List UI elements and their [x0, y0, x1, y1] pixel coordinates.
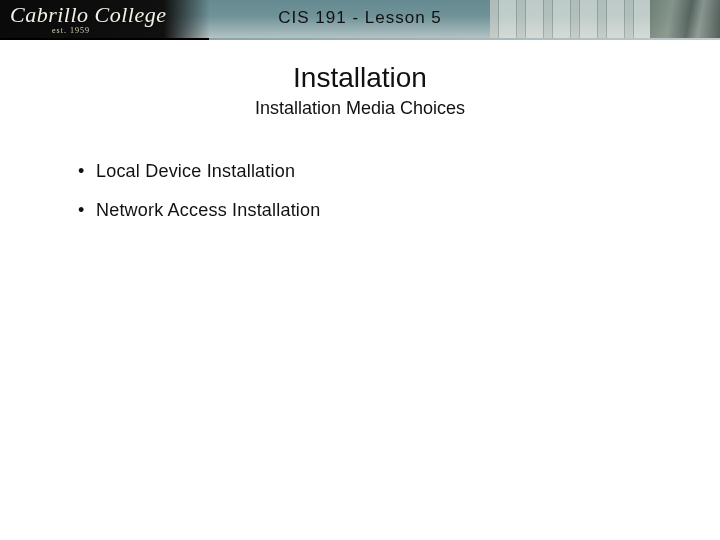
slide-subtitle: Installation Media Choices — [30, 98, 690, 119]
bullet-list: Local Device Installation Network Access… — [78, 161, 690, 221]
slide-content: Installation Installation Media Choices … — [0, 40, 720, 221]
list-item: Local Device Installation — [78, 161, 690, 182]
list-item: Network Access Installation — [78, 200, 690, 221]
course-label: CIS 191 - Lesson 5 — [0, 8, 720, 28]
header-band: Cabrillo College est. 1959 CIS 191 - Les… — [0, 0, 720, 40]
slide: Cabrillo College est. 1959 CIS 191 - Les… — [0, 0, 720, 540]
slide-title: Installation — [30, 62, 690, 94]
